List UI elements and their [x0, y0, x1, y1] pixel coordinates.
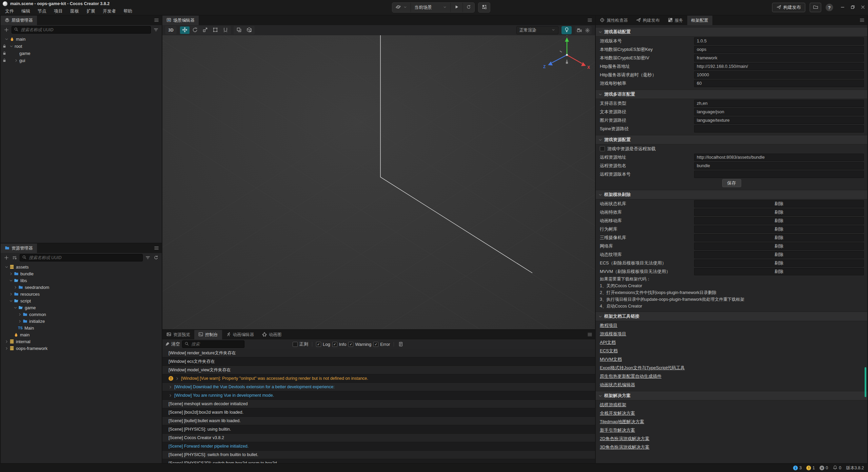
doc-link[interactable]: Tiledmap地图解决方案 — [600, 419, 644, 425]
console-log-row[interactable]: [Scene] [bullet]:bullet wasm lib loaded. — [162, 417, 595, 425]
field-input[interactable]: framework — [694, 54, 864, 62]
minimize-button[interactable] — [840, 5, 845, 11]
refresh-icon[interactable] — [153, 255, 159, 261]
console-log-row[interactable]: ![Window] [Vue warn]: Property "onInput"… — [162, 374, 595, 383]
console-log-row[interactable]: [Window] You are running Vue in developm… — [162, 391, 595, 400]
sort-icon[interactable] — [12, 255, 18, 261]
doc-link[interactable]: 全栈开发解决方案 — [600, 410, 635, 416]
doc-link[interactable]: 2D角色扮演游戏解决方案 — [600, 436, 650, 442]
field-input[interactable] — [694, 125, 864, 133]
scrollbar-thumb[interactable] — [865, 367, 866, 397]
tree-node-assets[interactable]: assets — [1, 263, 162, 270]
chevron-down-icon[interactable] — [9, 44, 14, 48]
console-log-row[interactable]: [Scene] [PHYSICS]: switch from builtin t… — [162, 451, 595, 459]
tab-framework-config[interactable]: 框架配置 — [687, 16, 712, 25]
console-log-row[interactable]: [Scene] Cocos Creator v3.8.2 — [162, 434, 595, 442]
create-asset-button[interactable] — [3, 255, 9, 261]
menu-item-文件[interactable]: 文件 — [1, 8, 18, 14]
tree-node-initialize[interactable]: initialize — [1, 318, 162, 324]
field-input[interactable]: 10000 — [694, 71, 864, 79]
coordinate-toggle-button[interactable] — [244, 26, 254, 34]
console-log-row[interactable]: [Scene] [box2d]:box2d wasm lib loaded. — [162, 408, 595, 417]
field-input[interactable]: language/json — [694, 108, 864, 116]
filter-info-checkbox[interactable]: Info — [332, 342, 347, 347]
pivot-toggle-button[interactable] — [234, 26, 244, 34]
console-log-row[interactable]: [Window] ecs文件夹存在 — [162, 357, 595, 366]
rotate-tool-button[interactable] — [190, 26, 200, 34]
section-header[interactable]: 框架文档工具链接 — [596, 312, 867, 321]
scene-select-dropdown[interactable]: 当前场景 — [411, 3, 451, 12]
tree-node-gui[interactable]: gui — [1, 57, 162, 64]
camera-settings-button[interactable] — [576, 27, 582, 33]
rect-tool-button[interactable] — [211, 26, 220, 34]
remove-module-button[interactable]: 剔除 — [694, 225, 864, 233]
section-header[interactable]: 游戏多语言配置 — [596, 90, 867, 99]
section-header[interactable]: 框架模块剔除 — [596, 190, 867, 199]
field-input[interactable]: bundle — [694, 162, 864, 170]
tab-service[interactable]: 服务 — [664, 16, 687, 25]
doc-link[interactable]: 教程项目 — [600, 322, 617, 329]
tree-node-common[interactable]: common — [1, 311, 162, 318]
tab-assets[interactable]: 资源管理器 — [1, 243, 37, 253]
tree-node-main[interactable]: main — [1, 36, 162, 43]
chevron-down-icon[interactable] — [13, 306, 18, 310]
open-project-folder-button[interactable] — [810, 3, 821, 12]
chevron-right-icon[interactable] — [4, 347, 9, 350]
tab-scene-editor[interactable]: 场景编辑器 — [162, 16, 199, 25]
chevron-right-icon[interactable] — [8, 272, 13, 276]
move-tool-button[interactable] — [180, 26, 190, 34]
close-button[interactable] — [861, 5, 865, 11]
console-log-row[interactable]: [Scene] Forward render pipeline initiali… — [162, 442, 595, 451]
maximize-button[interactable] — [850, 5, 855, 11]
menu-item-帮助[interactable]: 帮助 — [120, 8, 136, 14]
panel-menu-icon[interactable] — [860, 18, 865, 24]
chevron-down-icon[interactable] — [8, 299, 13, 303]
gear-icon[interactable] — [584, 27, 590, 33]
help-button[interactable]: ? — [826, 4, 833, 11]
menu-item-开发者[interactable]: 开发者 — [99, 8, 120, 14]
filter-log-checkbox[interactable]: Log — [316, 342, 330, 347]
chevron-right-icon[interactable] — [8, 292, 13, 296]
remove-module-button[interactable]: 剔除 — [694, 242, 864, 250]
scene-viewport[interactable]: Y X Z — [162, 35, 595, 329]
regex-checkbox[interactable]: 正则 — [293, 341, 308, 347]
remove-module-button[interactable]: 剔除 — [694, 209, 864, 216]
tab-asset-preview[interactable]: 资源预览 — [162, 330, 194, 339]
anchor-tool-button[interactable] — [221, 26, 230, 34]
build-publish-button[interactable]: 构建发布 — [772, 3, 805, 12]
doc-link[interactable]: 原生包热更新配置自动生成插件 — [600, 373, 662, 379]
filter-icon[interactable] — [145, 255, 151, 261]
chevron-right-icon[interactable] — [175, 377, 179, 380]
console-log-row[interactable]: [Window] render_texture文件夹存在 — [162, 349, 595, 357]
console-search-input[interactable] — [191, 341, 242, 347]
tree-node-game[interactable]: game — [1, 304, 162, 311]
tree-node-Main[interactable]: TSMain — [1, 324, 162, 331]
tab-hierarchy[interactable]: 层级管理器 — [1, 16, 37, 25]
panel-menu-icon[interactable] — [587, 18, 592, 24]
doc-link[interactable]: 3D角色扮演游戏解决方案 — [600, 444, 650, 450]
console-log-row[interactable]: [Scene] [PHYSICS]: using builtin. — [162, 425, 595, 434]
lighting-toggle-button[interactable] — [561, 26, 572, 34]
doc-link[interactable]: Excel格式转Json文件与TypeScript代码工具 — [600, 365, 685, 371]
preview-qr-button[interactable] — [478, 2, 490, 13]
field-input[interactable]: http://localhost:8083/assets/bundle — [694, 154, 864, 161]
filter-error-checkbox[interactable]: Error — [373, 342, 390, 347]
notification-count[interactable]: 0 — [833, 465, 841, 471]
chevron-down-icon[interactable] — [8, 279, 13, 282]
console-log-row[interactable]: [Scene] [PHYSICS2D]: switch from box2d-w… — [162, 459, 595, 463]
doc-link[interactable]: ECS文档 — [600, 348, 618, 354]
save-button[interactable]: 保存 — [722, 179, 741, 187]
panel-menu-icon[interactable] — [587, 332, 592, 338]
tree-node-libs[interactable]: libs — [1, 277, 162, 284]
chevron-right-icon[interactable] — [4, 340, 9, 343]
section-header[interactable]: 游戏基础配置 — [596, 27, 867, 37]
hierarchy-search-input[interactable] — [20, 27, 149, 33]
render-mode-dropdown[interactable]: 正常渲染 — [516, 26, 558, 34]
scale-tool-button[interactable] — [200, 26, 210, 34]
console-log-row[interactable]: [Window] model_view文件夹存在 — [162, 366, 595, 374]
filter-icon[interactable] — [153, 27, 159, 33]
panel-menu-icon[interactable] — [154, 245, 159, 252]
field-input[interactable]: oops — [694, 46, 864, 53]
remove-module-button[interactable]: 剔除 — [694, 251, 864, 258]
doc-link[interactable]: 动画状态机编辑器 — [600, 382, 635, 388]
